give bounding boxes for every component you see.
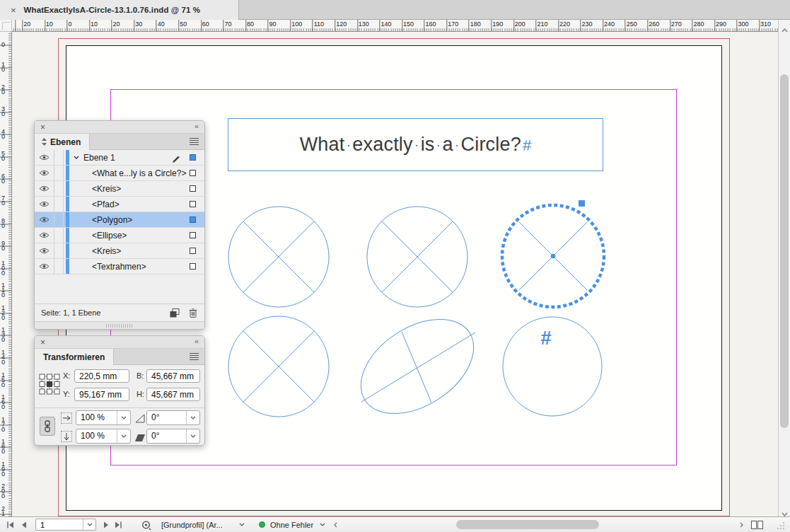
layer-label[interactable]: <Kreis> [92, 246, 121, 256]
close-panel-icon[interactable]: × [40, 122, 45, 132]
panel-menu-icon[interactable] [190, 353, 199, 360]
selection-indicator-filled[interactable] [190, 216, 196, 223]
chevron-down-icon[interactable] [239, 523, 245, 526]
scroll-up-icon[interactable] [782, 23, 788, 35]
ruler-label: 1 4 0 [1, 350, 5, 365]
collapse-panel-icon[interactable]: « [194, 122, 199, 130]
visibility-toggle[interactable] [35, 150, 54, 165]
layer-label[interactable]: <What e...ly is a Circle?> [92, 168, 186, 178]
preflight-icon[interactable] [141, 521, 152, 531]
visibility-toggle[interactable] [35, 212, 54, 227]
selection-indicator[interactable] [190, 201, 196, 207]
layer-label[interactable]: <Pfad> [92, 200, 120, 209]
layer-row[interactable]: <Pfad> [35, 197, 204, 212]
lock-cell[interactable] [54, 166, 64, 180]
lock-cell[interactable] [54, 228, 64, 243]
selection-indicator[interactable] [190, 263, 196, 270]
chevron-down-icon[interactable] [117, 411, 130, 424]
layer-row[interactable]: <Ellipse> [35, 228, 204, 243]
layer-row[interactable]: <What e...ly is a Circle?> [35, 166, 204, 181]
x-position-field[interactable] [74, 369, 129, 383]
close-panel-icon[interactable]: × [40, 337, 45, 347]
selection-indicator[interactable] [190, 170, 196, 176]
width-field[interactable] [146, 369, 200, 383]
constrain-proportions-button[interactable] [40, 417, 55, 436]
horizontal-ruler[interactable]: 2010010203040506070809010011012013014015… [12, 20, 778, 32]
layer-label[interactable]: <Ellipse> [92, 231, 127, 241]
lock-cell[interactable] [54, 150, 64, 165]
title-text-frame[interactable]: What·exactly·is·a·Circle?# [228, 118, 603, 171]
scale-x-combo[interactable]: 100 % [76, 410, 131, 425]
vertical-scrollbar[interactable] [778, 20, 790, 516]
visibility-toggle[interactable] [35, 181, 54, 196]
layer-row[interactable]: <Kreis> [35, 181, 204, 197]
page-number-combo[interactable] [35, 519, 96, 531]
layer-label[interactable]: <Polygon> [92, 215, 132, 225]
divider [35, 407, 204, 408]
shear-icon [134, 432, 146, 444]
visibility-toggle[interactable] [35, 228, 54, 243]
vertical-ruler[interactable]: 01 02 03 04 05 06 07 08 09 01 0 01 1 01 … [0, 32, 12, 516]
split-view-icon[interactable] [751, 521, 763, 529]
close-tab-icon[interactable]: × [11, 6, 16, 15]
vertical-scrollbar-thumb[interactable] [780, 74, 789, 428]
visibility-toggle[interactable] [35, 197, 54, 212]
panel-resize-handle[interactable] [35, 321, 204, 329]
y-position-field[interactable] [74, 388, 129, 401]
reference-point-proxy[interactable] [39, 374, 60, 395]
visibility-toggle[interactable] [35, 243, 54, 258]
scale-y-combo[interactable]: 100 % [76, 429, 131, 444]
visibility-toggle[interactable] [35, 259, 54, 274]
visibility-toggle[interactable] [35, 166, 54, 180]
chevron-down-icon[interactable] [83, 519, 95, 530]
x-label: X: [63, 371, 70, 380]
layer-label[interactable]: Ebene 1 [74, 153, 115, 163]
window-resize-grip[interactable] [777, 521, 785, 530]
ruler-label: 0 [1, 42, 5, 47]
lock-cell[interactable] [54, 181, 64, 196]
selection-indicator-filled[interactable] [190, 154, 196, 161]
layer-row[interactable]: <Polygon> [35, 212, 204, 228]
expander-icon[interactable] [74, 156, 79, 159]
collapse-panel-icon[interactable]: « [194, 337, 199, 345]
previous-page-button[interactable] [21, 521, 27, 528]
layer-row[interactable]: Ebene 1 [35, 150, 204, 166]
preflight-profile-label[interactable]: [Grundprofil] (Ar... [161, 521, 223, 529]
first-page-button[interactable] [6, 521, 14, 528]
new-layer-icon[interactable] [170, 308, 180, 318]
lock-cell[interactable] [54, 243, 64, 258]
layers-panel-header[interactable]: × « [35, 121, 204, 134]
panel-menu-icon[interactable] [190, 138, 199, 145]
tab-ebenen[interactable]: Ebenen [35, 134, 90, 150]
scroll-right-icon[interactable] [740, 522, 743, 528]
next-page-button[interactable] [103, 521, 109, 528]
lock-cell[interactable] [54, 197, 64, 212]
shear-combo[interactable]: 0° [146, 429, 200, 444]
height-field[interactable] [146, 388, 200, 401]
selection-indicator[interactable] [190, 185, 196, 192]
selection-indicator[interactable] [190, 248, 196, 254]
tab-transformieren[interactable]: Transformieren [35, 349, 114, 365]
layer-label[interactable]: <Kreis> [92, 184, 121, 194]
layer-label[interactable]: <Textrahmen> [92, 262, 146, 272]
ruler-label: 4 0 [1, 129, 5, 139]
scroll-left-icon[interactable] [334, 522, 337, 528]
selection-indicator[interactable] [190, 232, 196, 238]
lock-cell[interactable] [54, 259, 64, 274]
chevron-down-icon[interactable] [117, 429, 130, 443]
horizontal-scrollbar-thumb[interactable] [456, 520, 599, 529]
chevron-down-icon[interactable] [320, 523, 325, 526]
rotation-combo[interactable]: 0° [146, 410, 200, 425]
document-tab[interactable]: × WhatExactlyIsA-Circle-13.1.0.76.indd @… [0, 0, 239, 20]
delete-layer-trash-icon[interactable] [189, 308, 197, 318]
height-label: H: [136, 390, 144, 398]
last-page-button[interactable] [115, 521, 122, 528]
transform-panel-header[interactable]: × « [35, 336, 204, 349]
layer-row[interactable]: <Kreis> [35, 243, 204, 259]
lock-cell[interactable] [54, 212, 64, 227]
chevron-down-icon[interactable] [186, 411, 199, 424]
chevron-down-icon[interactable] [186, 429, 199, 443]
layer-row[interactable]: <Textrahmen> [35, 259, 204, 274]
page-number-input[interactable] [36, 519, 81, 530]
ruler-origin-box[interactable] [0, 20, 12, 32]
